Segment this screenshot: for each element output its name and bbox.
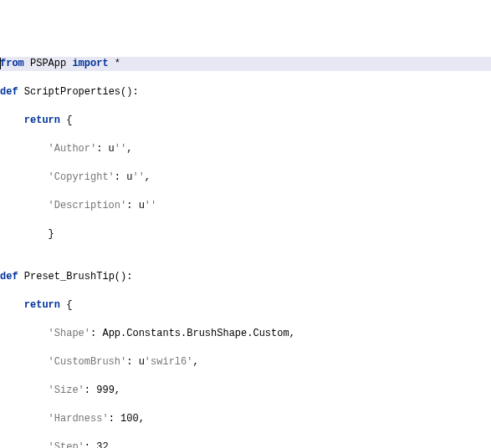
brace: { [60, 299, 72, 311]
code-line: 'Size': 999, [0, 384, 491, 398]
code-line: 'Description': u'' [0, 199, 491, 213]
keyword-return: return [0, 115, 60, 126]
code-line: } [0, 227, 491, 242]
code-line-1: from PSPApp import * [0, 57, 491, 71]
string: 'Hardness' [49, 413, 109, 425]
string: 'swirl6' [145, 356, 193, 368]
keyword-def: def [0, 271, 18, 283]
string: 'CustomBrush' [49, 356, 127, 368]
string: 'Description' [49, 200, 127, 211]
module-name: PSPApp [24, 58, 73, 69]
string: '' [145, 200, 156, 211]
string: 'Author' [49, 143, 97, 155]
code-line: 'Shape': App.Constants.BrushShape.Custom… [0, 327, 491, 341]
string: '' [115, 143, 126, 155]
code-line: return { [0, 114, 491, 128]
string: 'Size' [49, 384, 84, 396]
function-name: Preset_BrushTip(): [18, 271, 133, 283]
string: 'Copyright' [49, 171, 115, 183]
string: 'Step' [49, 441, 84, 448]
string: '' [132, 171, 144, 183]
brace: { [60, 115, 72, 126]
code-editor[interactable]: from PSPApp import * def ScriptPropertie… [0, 57, 491, 448]
code-line: 'CustomBrush': u'swirl6', [0, 355, 491, 369]
star: * [109, 58, 120, 69]
code-line: 'Step': 32, [0, 440, 491, 448]
code-line: 'Author': u'', [0, 142, 491, 156]
code-line: def Preset_BrushTip(): [0, 270, 491, 284]
keyword-import: import [72, 58, 108, 69]
code-line: 'Copyright': u'', [0, 171, 491, 185]
keyword-from: from [0, 58, 24, 69]
code-line: return { [0, 298, 491, 313]
function-name: ScriptProperties(): [18, 86, 139, 98]
keyword-return: return [0, 299, 60, 311]
keyword-def: def [0, 86, 18, 98]
string: 'Shape' [49, 328, 90, 339]
code-line: def ScriptProperties(): [0, 85, 491, 99]
code-line: 'Hardness': 100, [0, 412, 491, 426]
